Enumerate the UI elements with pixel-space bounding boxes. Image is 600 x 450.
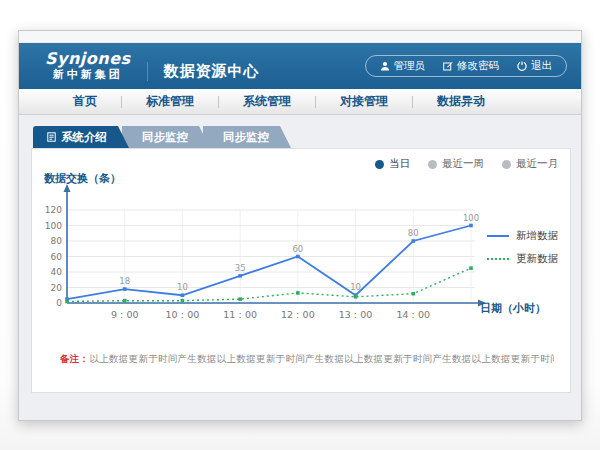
legend-label: 更新数据 <box>516 252 558 266</box>
svg-text:35: 35 <box>235 263 246 273</box>
tab-system-intro[interactable]: 系统介绍 <box>33 126 129 148</box>
footer-note: 备注：以上数据更新于时间产生数据以上数据更新于时间产生数据以上数据更新于时间产生… <box>60 353 554 366</box>
edit-icon <box>443 61 453 71</box>
logout-button[interactable]: 退出 <box>517 59 552 73</box>
tab-label: 同步监控 <box>223 130 269 145</box>
line-chart: 0204060801001209：0010：0011：0012：0013：001… <box>37 172 497 332</box>
svg-text:100: 100 <box>463 213 479 223</box>
svg-text:100: 100 <box>45 221 62 231</box>
svg-text:60: 60 <box>292 244 303 254</box>
chart-x-axis-title: 日期（小时） <box>480 301 546 316</box>
svg-text:60: 60 <box>51 252 63 262</box>
svg-text:10：00: 10：00 <box>166 309 200 320</box>
tab-bar: 系统介绍 同步监控 同步监控 <box>33 126 581 148</box>
logout-label: 退出 <box>531 59 552 73</box>
svg-text:20: 20 <box>51 283 63 293</box>
svg-text:11：00: 11：00 <box>223 309 257 320</box>
svg-text:0: 0 <box>56 298 62 308</box>
chart-legend: 新增数据 更新数据 <box>487 229 558 266</box>
radio-dot <box>502 160 511 169</box>
footer-note-label: 备注： <box>60 353 89 364</box>
nav-item-data-change[interactable]: 数据异动 <box>413 93 509 110</box>
legend-item-new-data[interactable]: 新增数据 <box>487 229 558 243</box>
tab-label: 同步监控 <box>142 130 188 145</box>
nav-item-home[interactable]: 首页 <box>49 93 121 110</box>
tab-content-panel: 当日 最近一周 最近一月 数据交换（条） 0204060801001209：00… <box>31 148 571 393</box>
tab-sync-monitor-1[interactable]: 同步监控 <box>122 126 210 148</box>
svg-text:80: 80 <box>51 236 63 246</box>
radio-label: 最近一周 <box>442 157 484 171</box>
svg-text:80: 80 <box>408 228 419 238</box>
nav-item-system-mgmt[interactable]: 系统管理 <box>219 93 315 110</box>
legend-item-update-data[interactable]: 更新数据 <box>487 252 558 266</box>
svg-text:40: 40 <box>51 267 63 277</box>
radio-option-last-week[interactable]: 最近一周 <box>428 157 484 171</box>
radio-dot <box>375 160 384 169</box>
page-title: 数据资源中心 <box>147 62 260 81</box>
radio-label: 当日 <box>389 157 410 171</box>
svg-text:10: 10 <box>177 282 188 292</box>
legend-line-sample <box>487 235 509 237</box>
svg-text:10: 10 <box>350 282 361 292</box>
power-icon <box>517 61 527 71</box>
change-password-button[interactable]: 修改密码 <box>443 59 499 73</box>
svg-text:14：00: 14：00 <box>396 309 430 320</box>
app-header: Synjones 新中新集团 数据资源中心 管理员 修改密码 <box>19 43 581 89</box>
main-nav: 首页 标准管理 系统管理 对接管理 数据异动 <box>19 89 581 115</box>
svg-text:120: 120 <box>45 205 62 215</box>
brand-logo-cn: 新中新集团 <box>53 69 123 81</box>
tab-sync-monitor-2[interactable]: 同步监控 <box>203 126 291 148</box>
svg-text:13：00: 13：00 <box>339 309 373 320</box>
radio-option-today[interactable]: 当日 <box>375 157 410 171</box>
tab-label: 系统介绍 <box>61 130 107 145</box>
document-icon <box>47 132 56 142</box>
svg-text:9：00: 9：00 <box>111 309 139 320</box>
brand-logo: Synjones 新中新集团 <box>45 51 131 80</box>
user-menu: 管理员 修改密码 退出 <box>365 55 568 77</box>
window-top-strip <box>19 31 581 43</box>
change-password-label: 修改密码 <box>457 59 499 73</box>
time-range-filters: 当日 最近一周 最近一月 <box>375 157 558 171</box>
current-user[interactable]: 管理员 <box>380 59 426 73</box>
current-user-label: 管理员 <box>394 59 426 73</box>
svg-text:12：00: 12：00 <box>281 309 315 320</box>
svg-text:18: 18 <box>119 276 130 286</box>
legend-line-sample <box>487 258 509 260</box>
page: Synjones 新中新集团 数据资源中心 管理员 修改密码 <box>0 0 600 450</box>
radio-option-last-month[interactable]: 最近一月 <box>502 157 558 171</box>
radio-dot <box>428 160 437 169</box>
nav-item-connect-mgmt[interactable]: 对接管理 <box>316 93 412 110</box>
nav-item-standard-mgmt[interactable]: 标准管理 <box>122 93 218 110</box>
footer-note-text: 以上数据更新于时间产生数据以上数据更新于时间产生数据以上数据更新于时间产生数据以… <box>89 353 554 364</box>
legend-label: 新增数据 <box>516 229 558 243</box>
user-icon <box>380 61 390 71</box>
radio-label: 最近一月 <box>516 157 558 171</box>
app-window: Synjones 新中新集团 数据资源中心 管理员 修改密码 <box>18 30 582 421</box>
brand-logo-en: Synjones <box>45 51 131 68</box>
